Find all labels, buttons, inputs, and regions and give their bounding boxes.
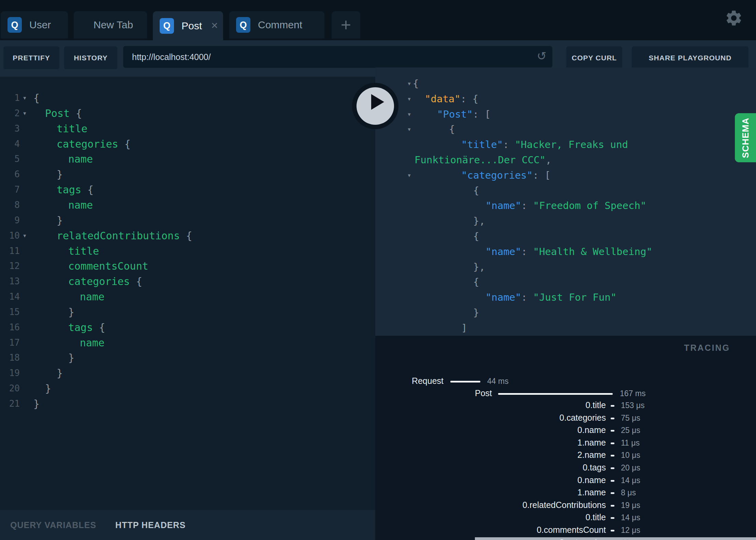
trace-span-label: 0.name (469, 425, 606, 435)
code-token: name (68, 153, 93, 165)
tab-bar: + QUserNew TabQPost✕QComment (0, 0, 756, 40)
response-line: Funktionäre...Der CCC", (375, 152, 756, 168)
code-token: { (473, 230, 479, 242)
line-number: 11 (0, 243, 20, 259)
http-headers-tab[interactable]: HTTP HEADERS (115, 520, 186, 530)
close-tab-icon[interactable]: ✕ (211, 20, 218, 31)
trace-span-time: 11 μs (621, 438, 640, 448)
endpoint-url-input[interactable] (123, 46, 553, 68)
code-token: commentsCount (68, 260, 148, 272)
code-text: tags { (68, 320, 105, 335)
fold-arrow-icon[interactable]: ▾ (23, 106, 27, 121)
copy-curl-button[interactable]: COPY CURL (566, 46, 622, 69)
share-playground-button[interactable]: SHARE PLAYGROUND (632, 46, 748, 69)
tab-comment[interactable]: QComment (229, 11, 324, 39)
code-token: ] (461, 322, 467, 334)
editor-line: 17name (0, 335, 375, 350)
graphql-playground-window: + QUserNew TabQPost✕QComment PRETTIFY HI… (0, 0, 756, 540)
json-text: }, (473, 213, 485, 229)
line-number: 13 (0, 274, 20, 289)
schema-side-tab[interactable]: SCHEMA (735, 113, 756, 162)
new-tab-button[interactable]: + (332, 11, 360, 39)
code-token: }, (473, 215, 485, 227)
history-button[interactable]: HISTORY (64, 46, 117, 69)
tab-new-tab[interactable]: New Tab (74, 11, 147, 39)
editor-line: 16tags { (0, 320, 375, 335)
code-token: categories (68, 275, 130, 287)
code-token: "name" (485, 200, 521, 211)
tab-label: New Tab (93, 19, 133, 31)
line-number: 6 (0, 167, 20, 182)
code-text: name (80, 289, 104, 304)
trace-span-time: 25 μs (621, 426, 640, 435)
history-label: HISTORY (74, 54, 107, 62)
query-editor[interactable]: 1▾{2▾Post {3title4categories {5name6}7ta… (0, 77, 375, 510)
code-token: Post (45, 107, 70, 119)
code-text: } (45, 381, 51, 396)
code-token: : [ (473, 108, 491, 120)
editor-line: 2▾Post { (0, 106, 375, 121)
line-number: 8 (0, 197, 20, 213)
code-token: } (57, 367, 63, 379)
trace-duration-dash (611, 505, 614, 507)
fold-arrow-icon[interactable]: ▾ (389, 122, 411, 137)
code-token: "name" (485, 246, 521, 257)
code-token: "Health & Wellbeing" (533, 246, 652, 257)
line-number: 19 (0, 365, 20, 381)
editor-line: 21} (0, 396, 375, 411)
code-token: name (80, 337, 104, 349)
line-number: 20 (0, 381, 20, 396)
prettify-button[interactable]: PRETTIFY (3, 46, 59, 69)
fold-arrow-icon[interactable]: ▾ (389, 168, 411, 183)
code-token: { (33, 92, 40, 104)
code-text: } (57, 213, 63, 228)
line-number: 5 (0, 151, 20, 167)
code-token: "data" (425, 93, 461, 105)
code-token: { (449, 123, 455, 135)
settings-gear-icon[interactable] (725, 9, 743, 27)
code-text: } (68, 304, 74, 320)
code-text: title (57, 121, 87, 136)
tab-user[interactable]: QUser (1, 11, 68, 39)
json-text: "data": { (425, 91, 478, 107)
code-token: } (45, 382, 51, 394)
line-number: 9 (0, 213, 20, 228)
query-badge: Q (8, 17, 22, 33)
code-token: title (68, 245, 99, 257)
execute-query-button[interactable] (352, 83, 398, 129)
trace-span-label: 0.relatedContributions (469, 500, 606, 510)
code-token: tags (68, 321, 93, 333)
trace-duration-dash (611, 492, 614, 494)
code-token: { (70, 107, 82, 119)
fold-arrow-icon[interactable]: ▾ (389, 76, 411, 91)
trace-duration-dash (611, 430, 614, 432)
code-token: : { (461, 93, 478, 105)
trace-duration-dash (611, 405, 614, 407)
trace-span-time: 153 μs (621, 401, 645, 410)
tab-post[interactable]: QPost✕ (153, 11, 223, 40)
code-token: : (503, 139, 515, 150)
query-variables-tab[interactable]: QUERY VARIABLES (10, 520, 96, 530)
code-token: "Hacker, Freaks und (515, 139, 628, 150)
response-line: ] (375, 320, 756, 336)
json-text: "Post": [ (437, 107, 491, 122)
response-line: "title": "Hacker, Freaks und (375, 137, 756, 152)
reload-schema-icon[interactable]: ↺ (537, 49, 547, 63)
line-number: 3 (0, 121, 20, 136)
json-text: "name": "Just For Fun" (485, 290, 616, 305)
response-line: }, (375, 213, 756, 229)
code-token: "Just For Fun" (533, 291, 616, 303)
editor-line: 14name (0, 289, 375, 304)
fold-arrow-icon[interactable]: ▾ (23, 90, 27, 106)
code-token: tags (57, 184, 81, 196)
trace-duration-dash (611, 530, 614, 531)
variables-bar: QUERY VARIABLES HTTP HEADERS (0, 510, 375, 540)
trace-span-label: Request (375, 376, 444, 386)
tab-label: Post (181, 20, 202, 32)
code-token: { (473, 185, 479, 196)
code-text: } (57, 365, 63, 381)
trace-span-label: 0.title (469, 400, 606, 410)
editor-line: 8name (0, 197, 375, 213)
fold-arrow-icon[interactable]: ▾ (23, 228, 27, 243)
trace-span-time: 13 μs (621, 538, 640, 540)
